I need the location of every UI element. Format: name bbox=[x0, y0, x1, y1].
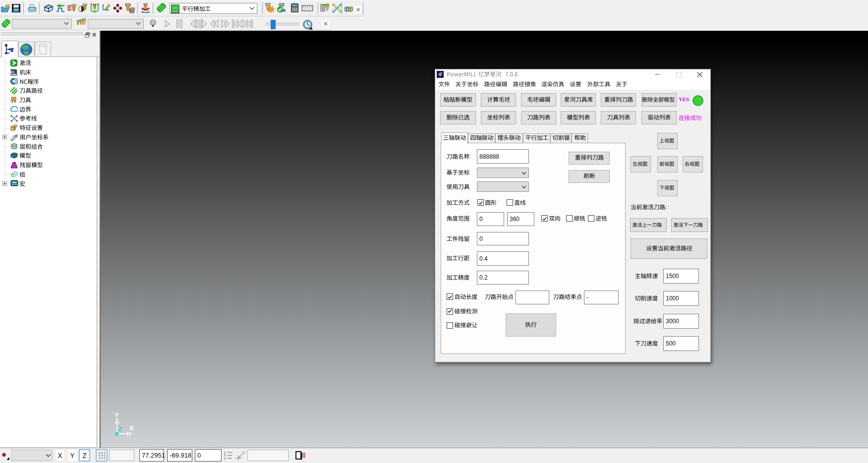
svg-text:X: X bbox=[129, 424, 134, 432]
svg-text:z: z bbox=[224, 457, 226, 460]
svg-text:Y: Y bbox=[115, 412, 119, 419]
svg-text:Z: Z bbox=[118, 425, 122, 433]
